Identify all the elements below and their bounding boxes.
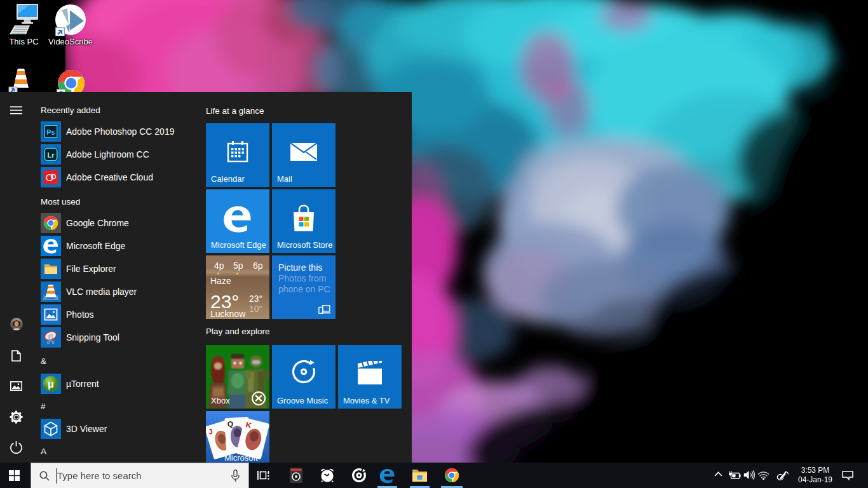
svg-text:µ: µ [48, 378, 54, 390]
svg-text:Ps: Ps [46, 128, 55, 136]
svg-text:Q: Q [227, 419, 234, 428]
svg-text:Lr: Lr [48, 151, 55, 159]
